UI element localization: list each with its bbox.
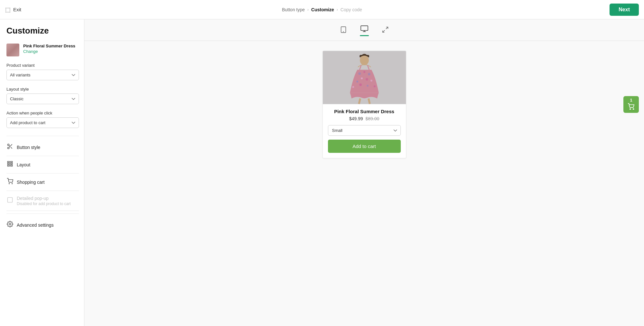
product-card-title: Pink Floral Summer Dress [334, 109, 394, 114]
shopping-cart-label: Shopping cart [17, 180, 44, 185]
sidebar-item-layout[interactable]: Layout [6, 156, 79, 173]
layout-field-group: Layout style Classic Modern Minimal [6, 87, 79, 109]
svg-point-34 [359, 84, 362, 86]
action-field-group: Action when people click Add product to … [6, 111, 79, 133]
svg-point-33 [370, 80, 372, 82]
product-card-prices: $49.99 $89.00 [349, 116, 380, 121]
svg-line-22 [382, 30, 384, 32]
content-area: Pink Floral Summer Dress $49.99 $89.00 S… [84, 19, 644, 326]
sidebar-title: Customize [6, 26, 79, 36]
layout-select[interactable]: Classic Modern Minimal [6, 94, 79, 104]
advanced-settings-label: Advanced settings [17, 222, 53, 228]
detailed-popup-info: Detailed pop-up Disabled for add product… [17, 195, 71, 206]
cart-count: 1 [630, 98, 632, 103]
svg-point-1 [8, 147, 9, 149]
breadcrumb: Button type › Customize › Copy code [282, 7, 362, 12]
sidebar-item-button-style[interactable]: Button style [6, 139, 79, 156]
breadcrumb-button-type: Button type [282, 7, 305, 12]
price-current: $49.99 [349, 116, 363, 121]
exit-icon: ⬚ [5, 6, 11, 13]
svg-point-12 [12, 183, 13, 184]
svg-point-14 [9, 223, 11, 225]
variant-select[interactable]: All variants Small Medium Large [6, 70, 79, 80]
cart-icon [6, 178, 14, 186]
product-preview-image [323, 51, 406, 104]
svg-point-11 [9, 183, 10, 184]
svg-point-40 [630, 109, 631, 110]
product-thumb-image [6, 44, 19, 56]
svg-point-35 [366, 85, 368, 87]
sidebar: Customize Pink Floral Summer Dress Chang… [0, 19, 84, 326]
variant-field-group: Product variant All variants Small Mediu… [6, 63, 79, 85]
svg-rect-7 [8, 163, 10, 164]
svg-point-28 [363, 71, 365, 73]
main-layout: Customize Pink Floral Summer Dress Chang… [0, 19, 644, 326]
product-thumbnail [6, 44, 19, 56]
svg-point-17 [343, 32, 343, 32]
svg-rect-5 [8, 162, 10, 163]
layout-label: Layout style [6, 87, 79, 92]
svg-point-41 [633, 109, 634, 110]
svg-rect-18 [361, 26, 368, 31]
svg-point-0 [8, 144, 9, 146]
fullscreen-view-button[interactable] [379, 25, 391, 36]
svg-rect-13 [8, 198, 13, 203]
svg-point-29 [368, 73, 370, 75]
scissors-icon [6, 143, 14, 151]
sidebar-item-shopping-cart[interactable]: Shopping cart [6, 173, 79, 191]
breadcrumb-sep-1: › [307, 7, 309, 12]
product-change-link[interactable]: Change [23, 49, 75, 54]
svg-rect-10 [11, 165, 13, 166]
detailed-popup-sublabel: Disabled for add product to cart [17, 202, 71, 206]
tablet-icon [340, 26, 347, 35]
svg-point-36 [352, 86, 354, 88]
product-info: Pink Floral Summer Dress Change [23, 44, 75, 54]
desktop-view-button[interactable] [357, 24, 371, 37]
desktop-underline [360, 35, 369, 36]
breadcrumb-sep-2: › [337, 7, 338, 12]
product-preview-card: Pink Floral Summer Dress $49.99 $89.00 S… [322, 51, 406, 158]
action-label: Action when people click [6, 111, 79, 115]
price-original: $89.00 [366, 116, 380, 121]
product-card-body: Pink Floral Summer Dress $49.99 $89.00 S… [323, 104, 406, 158]
exit-button[interactable]: ⬚ Exit [5, 6, 21, 13]
popup-icon [6, 197, 14, 205]
product-variant-select[interactable]: Small Medium Large [328, 125, 401, 136]
svg-rect-9 [8, 165, 10, 166]
dress-illustration [323, 51, 406, 104]
device-toolbar [84, 19, 644, 37]
sidebar-divider-1 [6, 136, 79, 136]
svg-line-21 [386, 27, 388, 29]
svg-point-32 [356, 81, 358, 83]
preview-area: Pink Floral Summer Dress $49.99 $89.00 S… [84, 41, 644, 168]
product-section: Pink Floral Summer Dress Change [6, 44, 79, 56]
top-bar: ⬚ Exit Button type › Customize › Copy co… [0, 0, 644, 19]
action-select[interactable]: Add product to cart Buy now View product [6, 117, 79, 128]
desktop-icon [360, 25, 369, 34]
sidebar-divider-2 [6, 213, 79, 214]
gear-icon [6, 221, 14, 229]
breadcrumb-customize: Customize [311, 7, 334, 12]
svg-line-4 [9, 145, 10, 146]
product-name: Pink Floral Summer Dress [23, 44, 75, 48]
svg-rect-6 [11, 162, 13, 163]
add-to-cart-button[interactable]: Add to cart [328, 140, 401, 153]
exit-label: Exit [13, 7, 21, 12]
next-button[interactable]: Next [610, 4, 639, 16]
variant-label: Product variant [6, 63, 79, 68]
svg-point-31 [365, 78, 368, 81]
svg-point-37 [373, 85, 375, 87]
layout-icon [6, 161, 14, 169]
svg-rect-8 [11, 163, 13, 164]
svg-point-27 [358, 72, 361, 75]
layout-menu-label: Layout [17, 162, 30, 167]
sidebar-item-advanced-settings[interactable]: Advanced settings [6, 216, 79, 233]
detailed-popup-label: Detailed pop-up [17, 196, 49, 201]
floating-cart-icon [628, 103, 635, 111]
floating-cart-button[interactable]: 1 [623, 96, 639, 113]
tablet-view-button[interactable] [337, 25, 350, 36]
svg-line-3 [11, 147, 12, 149]
svg-line-38 [359, 98, 360, 104]
breadcrumb-copy-code: Copy code [341, 7, 362, 12]
button-style-label: Button style [17, 145, 40, 150]
